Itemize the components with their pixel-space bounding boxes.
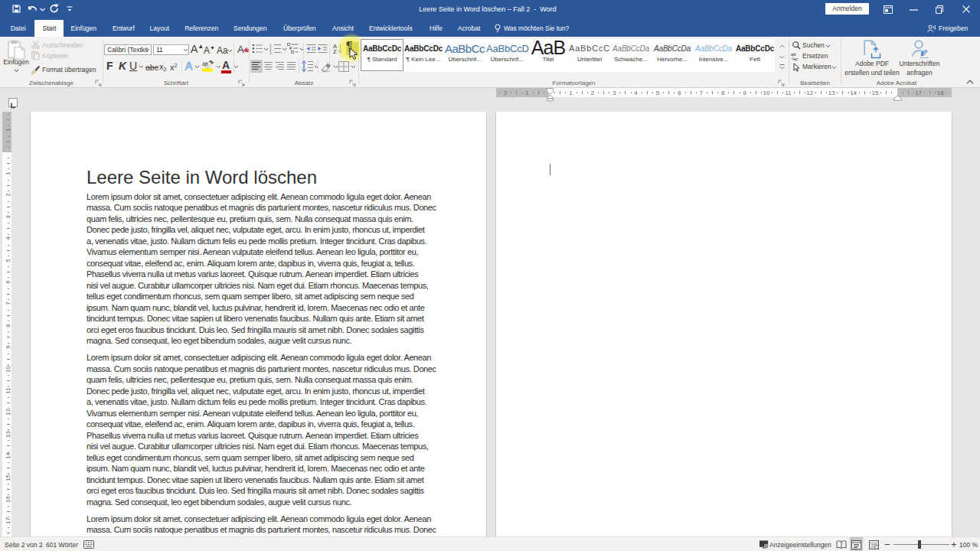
svg-text:ab: ab [202,61,208,67]
svg-text:ac: ac [793,57,798,60]
svg-text:3.: 3. [270,51,273,55]
